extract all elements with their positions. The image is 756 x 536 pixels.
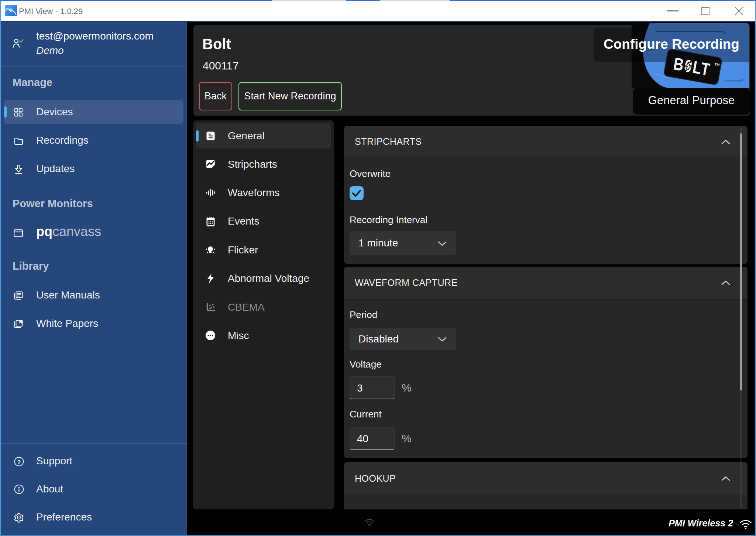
svg-text:?: ? xyxy=(17,459,21,465)
